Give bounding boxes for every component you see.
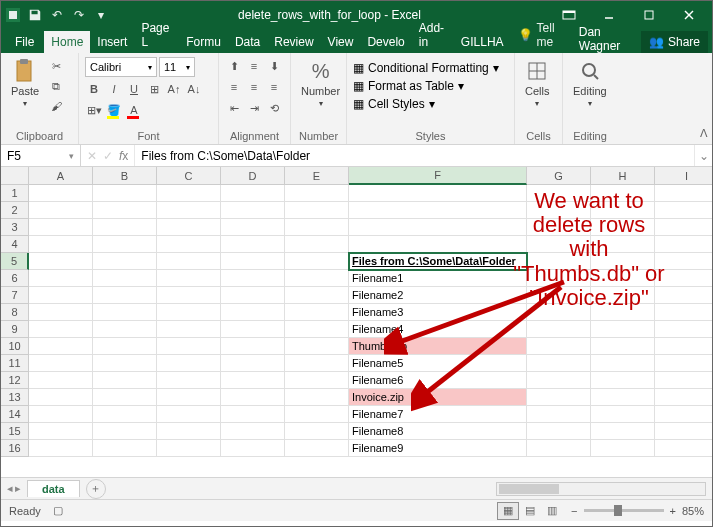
- cell-H8[interactable]: [591, 304, 655, 321]
- cell-B9[interactable]: [93, 321, 157, 338]
- cell-B13[interactable]: [93, 389, 157, 406]
- cell-A3[interactable]: [29, 219, 93, 236]
- cell-F6[interactable]: Filename1: [349, 270, 527, 287]
- cell-C3[interactable]: [157, 219, 221, 236]
- cell-A5[interactable]: [29, 253, 93, 270]
- cell-B15[interactable]: [93, 423, 157, 440]
- name-box[interactable]: F5▾: [1, 145, 81, 166]
- page-break-view-icon[interactable]: ▥: [541, 502, 563, 520]
- align-center-icon[interactable]: ≡: [245, 78, 263, 96]
- cell-E7[interactable]: [285, 287, 349, 304]
- cell-styles-button[interactable]: ▦Cell Styles ▾: [353, 97, 435, 111]
- macro-record-icon[interactable]: ▢: [53, 504, 63, 517]
- row-header-2[interactable]: 2: [1, 202, 29, 219]
- row-header-1[interactable]: 1: [1, 185, 29, 202]
- tab-gillham[interactable]: GILLHA: [454, 31, 511, 53]
- cell-D13[interactable]: [221, 389, 285, 406]
- cell-G14[interactable]: [527, 406, 591, 423]
- cell-E8[interactable]: [285, 304, 349, 321]
- cell-H10[interactable]: [591, 338, 655, 355]
- cell-E15[interactable]: [285, 423, 349, 440]
- cell-E10[interactable]: [285, 338, 349, 355]
- cell-G4[interactable]: [527, 236, 591, 253]
- cell-F2[interactable]: [349, 202, 527, 219]
- row-header-9[interactable]: 9: [1, 321, 29, 338]
- underline-button[interactable]: U: [125, 80, 143, 98]
- row-header-7[interactable]: 7: [1, 287, 29, 304]
- save-icon[interactable]: [27, 7, 43, 23]
- row-header-12[interactable]: 12: [1, 372, 29, 389]
- cell-D4[interactable]: [221, 236, 285, 253]
- row-header-13[interactable]: 13: [1, 389, 29, 406]
- row-header-16[interactable]: 16: [1, 440, 29, 457]
- cell-D1[interactable]: [221, 185, 285, 202]
- cell-E11[interactable]: [285, 355, 349, 372]
- cut-icon[interactable]: ✂: [47, 57, 65, 75]
- cell-H9[interactable]: [591, 321, 655, 338]
- row-header-6[interactable]: 6: [1, 270, 29, 287]
- cell-E9[interactable]: [285, 321, 349, 338]
- cell-A4[interactable]: [29, 236, 93, 253]
- cell-I11[interactable]: [655, 355, 712, 372]
- cell-G11[interactable]: [527, 355, 591, 372]
- cell-H14[interactable]: [591, 406, 655, 423]
- sheet-prev-icon[interactable]: ◂: [7, 482, 13, 495]
- sheet-tab-data[interactable]: data: [27, 480, 80, 497]
- formula-input[interactable]: Files from C:\Some\Data\Folder: [135, 145, 694, 166]
- cell-C1[interactable]: [157, 185, 221, 202]
- tell-me[interactable]: 💡Tell me: [511, 17, 571, 53]
- col-header-E[interactable]: E: [285, 167, 349, 185]
- tab-developer[interactable]: Develo: [360, 31, 411, 53]
- align-bottom-icon[interactable]: ⬇: [265, 57, 283, 75]
- cell-G10[interactable]: [527, 338, 591, 355]
- col-header-C[interactable]: C: [157, 167, 221, 185]
- cell-B1[interactable]: [93, 185, 157, 202]
- cell-F14[interactable]: Filename7: [349, 406, 527, 423]
- cell-C2[interactable]: [157, 202, 221, 219]
- cell-I1[interactable]: [655, 185, 712, 202]
- cell-G13[interactable]: [527, 389, 591, 406]
- italic-button[interactable]: I: [105, 80, 123, 98]
- cell-G1[interactable]: [527, 185, 591, 202]
- normal-view-icon[interactable]: ▦: [497, 502, 519, 520]
- cell-D9[interactable]: [221, 321, 285, 338]
- font-name-select[interactable]: Calibri ▾: [85, 57, 157, 77]
- font-size-select[interactable]: 11 ▾: [159, 57, 195, 77]
- cell-A13[interactable]: [29, 389, 93, 406]
- cell-A16[interactable]: [29, 440, 93, 457]
- cell-B16[interactable]: [93, 440, 157, 457]
- select-all-corner[interactable]: [1, 167, 29, 185]
- format-as-table-button[interactable]: ▦Format as Table ▾: [353, 79, 464, 93]
- col-header-B[interactable]: B: [93, 167, 157, 185]
- cell-G15[interactable]: [527, 423, 591, 440]
- cell-F12[interactable]: Filename6: [349, 372, 527, 389]
- cell-A12[interactable]: [29, 372, 93, 389]
- cell-E16[interactable]: [285, 440, 349, 457]
- row-header-8[interactable]: 8: [1, 304, 29, 321]
- cell-E13[interactable]: [285, 389, 349, 406]
- tab-page-layout[interactable]: Page L: [134, 17, 179, 53]
- cell-H7[interactable]: [591, 287, 655, 304]
- cell-D8[interactable]: [221, 304, 285, 321]
- cell-A14[interactable]: [29, 406, 93, 423]
- cell-G5[interactable]: [527, 253, 591, 270]
- col-header-G[interactable]: G: [527, 167, 591, 185]
- tab-view[interactable]: View: [321, 31, 361, 53]
- cell-F8[interactable]: Filename3: [349, 304, 527, 321]
- row-header-15[interactable]: 15: [1, 423, 29, 440]
- cell-B10[interactable]: [93, 338, 157, 355]
- tab-insert[interactable]: Insert: [90, 31, 134, 53]
- cell-I13[interactable]: [655, 389, 712, 406]
- cell-E4[interactable]: [285, 236, 349, 253]
- cell-I10[interactable]: [655, 338, 712, 355]
- cell-E5[interactable]: [285, 253, 349, 270]
- cell-B8[interactable]: [93, 304, 157, 321]
- cell-F11[interactable]: Filename5: [349, 355, 527, 372]
- minimize-icon[interactable]: [590, 4, 628, 26]
- cell-B5[interactable]: [93, 253, 157, 270]
- maximize-icon[interactable]: [630, 4, 668, 26]
- bold-button[interactable]: B: [85, 80, 103, 98]
- cell-C14[interactable]: [157, 406, 221, 423]
- close-icon[interactable]: [670, 4, 708, 26]
- cell-F15[interactable]: Filename8: [349, 423, 527, 440]
